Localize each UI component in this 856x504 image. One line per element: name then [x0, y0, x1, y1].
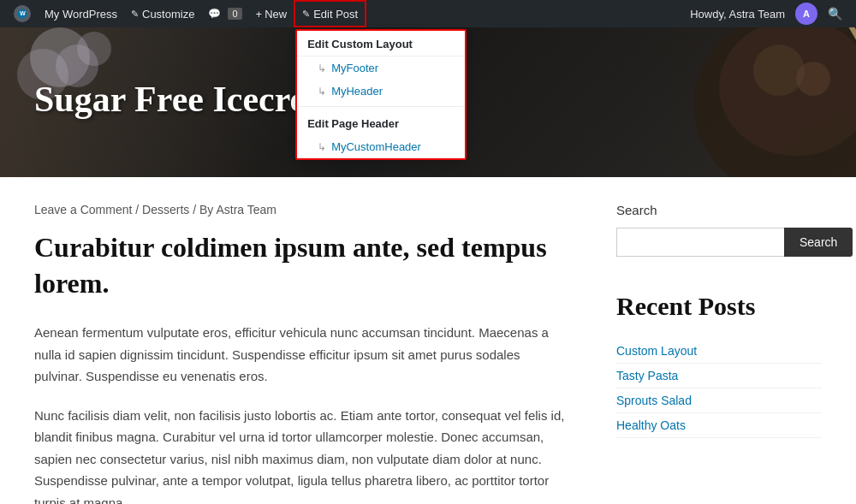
article-para-1: Aenean fermentum vulputate eros, efficit…: [34, 322, 565, 388]
recent-posts-title: Recent Posts: [616, 291, 822, 322]
article-para-2: Nunc facilisis diam velit, non facilisis…: [34, 405, 565, 504]
sidebar: Search Search Recent Posts Custom Layout…: [616, 203, 822, 504]
dropdown-myfooter[interactable]: ↳ MyFooter: [297, 56, 465, 80]
adminbar-site-name[interactable]: My WordPress: [38, 0, 124, 27]
adminbar-edit-post[interactable]: ✎ Edit Post Edit Custom Layout ↳ MyFoote…: [294, 0, 366, 27]
recent-post-healthy-oats[interactable]: Healthy Oats: [616, 413, 822, 438]
mycustomheader-label: MyCustomHeader: [331, 140, 421, 153]
search-btn-label: Search: [800, 235, 837, 249]
avatar[interactable]: A: [795, 3, 817, 25]
customize-label: Customize: [142, 8, 194, 21]
article-meta-text: Leave a Comment / Desserts / By Astra Te…: [34, 203, 276, 216]
edit-icon: ✎: [302, 9, 310, 20]
edit-custom-layout-header[interactable]: Edit Custom Layout: [297, 31, 465, 56]
dropdown-mycustomheader[interactable]: ↳ MyCustomHeader: [297, 135, 465, 158]
adminbar-new[interactable]: + New: [249, 0, 294, 27]
comment-count: 0: [228, 8, 241, 20]
submenu-arrow-icon: ↳: [318, 62, 326, 74]
content-area: Leave a Comment / Desserts / By Astra Te…: [0, 177, 856, 504]
article-title: Curabitur coldimen ipsum ante, sed tempu…: [34, 230, 565, 301]
submenu-arrow2-icon: ↳: [318, 86, 326, 98]
edit-page-header-header[interactable]: Edit Page Header: [297, 110, 465, 135]
sidebar-search-label: Search: [616, 203, 822, 217]
article-body: Aenean fermentum vulputate eros, efficit…: [34, 322, 565, 504]
admin-bar: W My WordPress ✎ Customize 💬 0 + New ✎ E…: [0, 0, 856, 27]
submenu-arrow3-icon: ↳: [318, 141, 326, 153]
recent-post-tasty-pasta[interactable]: Tasty Pasta: [616, 364, 822, 388]
main-wrapper: Leave a Comment / Desserts / By Astra Te…: [0, 177, 856, 504]
new-label: New: [265, 8, 287, 21]
adminbar-search-icon[interactable]: 🔍: [821, 7, 849, 21]
avatar-initials: A: [803, 9, 810, 19]
howdy-text: Howdy, Astra Team: [683, 8, 792, 21]
site-name-label: My WordPress: [45, 8, 117, 21]
svg-text:W: W: [20, 9, 26, 17]
adminbar-right: Howdy, Astra Team A 🔍: [683, 3, 849, 25]
dropdown-divider: [297, 106, 465, 107]
adminbar-wp-logo[interactable]: W: [7, 0, 38, 27]
myfooter-label: MyFooter: [331, 62, 378, 74]
recent-posts-title-text: Recent Posts: [616, 292, 755, 320]
article-meta: Leave a Comment / Desserts / By Astra Te…: [34, 203, 565, 216]
adminbar-comments[interactable]: 💬 0: [201, 0, 248, 27]
sidebar-recent-posts-section: Recent Posts Custom Layout Tasty Pasta S…: [616, 291, 822, 438]
recent-post-sprouts-salad[interactable]: Sprouts Salad: [616, 388, 822, 413]
adminbar-customize[interactable]: ✎ Customize: [124, 0, 201, 27]
search-input[interactable]: [616, 228, 784, 257]
search-button[interactable]: Search: [784, 228, 853, 257]
sidebar-search-section: Search Search: [616, 203, 822, 257]
dropdown-myheader[interactable]: ↳ MyHeader: [297, 80, 465, 103]
edit-post-label: Edit Post: [313, 8, 358, 21]
custom-layout-dropdown: Edit Custom Layout ↳ MyFooter ↳ MyHeader…: [295, 29, 467, 160]
recent-post-custom-layout[interactable]: Custom Layout: [616, 339, 822, 364]
myheader-label: MyHeader: [331, 85, 383, 98]
wp-logo-icon: W: [14, 5, 31, 22]
comment-icon: 💬: [208, 8, 221, 20]
article: Leave a Comment / Desserts / By Astra Te…: [34, 203, 565, 504]
hero-title-text: Sugar Free Icecre...: [34, 80, 333, 119]
customize-icon: ✎: [131, 9, 139, 20]
sidebar-search-row: Search: [616, 228, 822, 257]
plus-icon: +: [256, 8, 263, 21]
